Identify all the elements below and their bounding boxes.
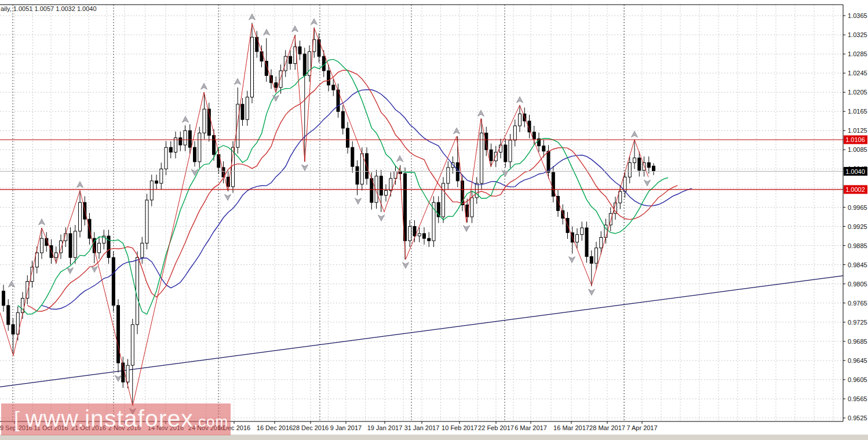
candle-bullish [54, 253, 57, 257]
candle-bullish [184, 130, 187, 145]
candle-bearish [169, 147, 172, 152]
candle-bearish [647, 163, 650, 168]
price-tick-label: 0.9765 [848, 300, 867, 307]
price-tick-label: 0.9565 [848, 395, 867, 402]
candle-bearish [652, 166, 655, 171]
candle-bearish [590, 257, 593, 264]
price-tick-label: 0.9605 [848, 376, 867, 383]
candle-bearish [12, 325, 14, 334]
candle-bearish [585, 228, 588, 257]
candle-bearish [380, 176, 382, 195]
candle-bullish [150, 181, 153, 200]
date-tick-label: 16 Mar 2017 [553, 424, 589, 431]
date-tick-label: 22 Feb 2017 [478, 424, 514, 431]
candle-bearish [7, 306, 10, 325]
candle-bullish [203, 109, 206, 133]
candle-bullish [581, 228, 583, 235]
candle-bullish [246, 97, 249, 120]
date-tick-label: 7 Apr 2017 [626, 424, 657, 431]
candle-bullish [41, 238, 43, 253]
candle-bullish [145, 200, 148, 243]
candle-bearish [298, 47, 301, 54]
candle-bearish [179, 138, 182, 145]
date-tick-label: 19 Jan 2017 [367, 424, 403, 431]
hline-price-label-text: 1.0002 [845, 186, 865, 193]
candle-bearish [356, 166, 359, 184]
candle-bullish [389, 179, 392, 191]
date-tick-label: 10 Feb 2017 [442, 424, 477, 431]
candle-bullish [643, 163, 645, 170]
candle-bullish [519, 114, 521, 126]
candle-bearish [542, 146, 545, 151]
candle-bearish [260, 52, 263, 61]
price-tick-label: 1.0365 [848, 12, 867, 19]
candle-bearish [504, 145, 507, 162]
candle-bearish [318, 39, 320, 56]
candle-bullish [628, 163, 631, 177]
candle-bearish [69, 234, 72, 257]
candle-bullish [619, 191, 622, 203]
candle-bearish [351, 147, 354, 166]
hline-price-label-text: 1.0106 [845, 136, 865, 143]
candle-bullish [131, 325, 134, 365]
candle-bearish [241, 104, 244, 119]
candle-bullish [98, 243, 101, 253]
candle-bearish [552, 172, 555, 196]
price-tick-label: 1.0245 [848, 70, 867, 77]
candle-bearish [533, 132, 535, 139]
candle-bearish [347, 128, 349, 147]
price-tick-label: 0.9645 [848, 357, 867, 364]
candle-bullish [475, 183, 478, 198]
watermark-domain-suffix: .com [194, 406, 228, 435]
candle-bullish [126, 365, 129, 382]
candle-bullish [360, 154, 363, 184]
candle-bullish [442, 183, 445, 217]
date-tick-label: 28 Dec 2016 [293, 424, 329, 431]
candle-bullish [279, 71, 282, 88]
price-tick-label: 1.0285 [848, 50, 867, 57]
date-tick-label: 6 Mar 2017 [515, 424, 547, 431]
candle-bullish [198, 133, 201, 162]
price-tick-label: 1.0325 [848, 31, 867, 38]
candle-bullish [633, 158, 636, 162]
candle-bullish [471, 198, 473, 217]
watermark-site-text: www.instaforex [25, 403, 194, 434]
candle-bearish [194, 147, 196, 162]
candle-bearish [117, 306, 120, 363]
candle-bullish [509, 140, 512, 162]
price-tick-label: 0.9685 [848, 338, 867, 345]
candle-bearish [327, 71, 330, 85]
price-chart[interactable]: 1.03651.03251.02851.02451.02051.01651.01… [0, 0, 868, 440]
date-tick-label: 9 Jan 2017 [330, 424, 362, 431]
price-tick-label: 1.0205 [848, 89, 867, 96]
price-tick-label: 1.0125 [848, 127, 867, 134]
candle-bearish [2, 291, 5, 306]
date-tick-label: 28 Mar 2017 [589, 424, 625, 431]
candle-bearish [413, 227, 416, 237]
candle-bearish [485, 133, 488, 150]
candle-bearish [289, 56, 292, 63]
candle-bearish [456, 163, 459, 181]
candle-bearish [341, 111, 344, 128]
date-tick-label: 31 Jan 2017 [404, 424, 440, 431]
candle-bearish [490, 150, 493, 161]
price-tick-label: 0.9805 [848, 281, 867, 288]
candle-bullish [409, 227, 411, 241]
price-tick-label: 1.0085 [848, 146, 867, 153]
candle-bullish [141, 243, 144, 257]
chart-window: 1.03651.03251.02851.02451.02051.01651.01… [0, 0, 868, 440]
candle-bearish [638, 158, 641, 170]
candle-bullish [251, 37, 254, 97]
candle-bearish [547, 151, 550, 172]
price-tick-label: 0.9525 [848, 414, 867, 421]
candle-bullish [74, 231, 76, 257]
candle-bearish [561, 210, 564, 218]
candle-bullish [418, 234, 421, 236]
candle-bullish [165, 147, 167, 169]
candle-bearish [188, 130, 191, 147]
candle-bearish [256, 37, 258, 52]
candle-bullish [236, 104, 239, 147]
candle-bullish [136, 257, 139, 325]
price-tick-label: 0.9925 [848, 223, 867, 230]
watermark-bracket-left: [ [14, 405, 20, 435]
